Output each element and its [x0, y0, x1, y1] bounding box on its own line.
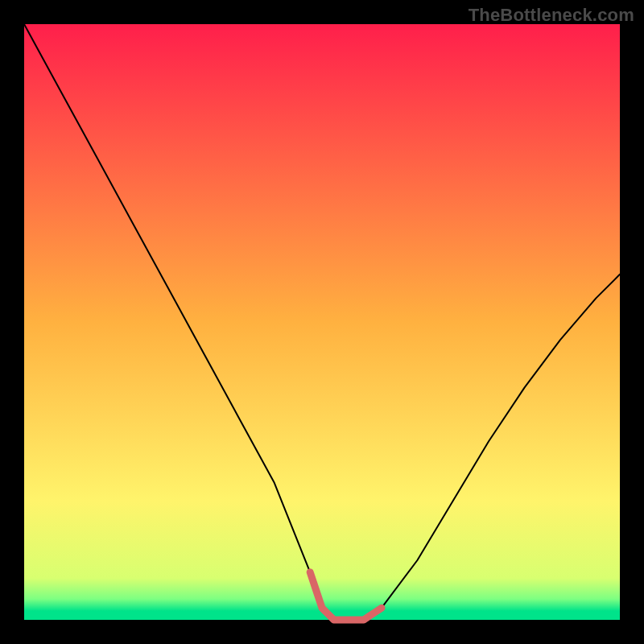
- bottleneck-chart: [0, 0, 644, 644]
- watermark-text: TheBottleneck.com: [469, 5, 634, 26]
- plot-background: [24, 24, 620, 620]
- chart-stage: TheBottleneck.com: [0, 0, 644, 644]
